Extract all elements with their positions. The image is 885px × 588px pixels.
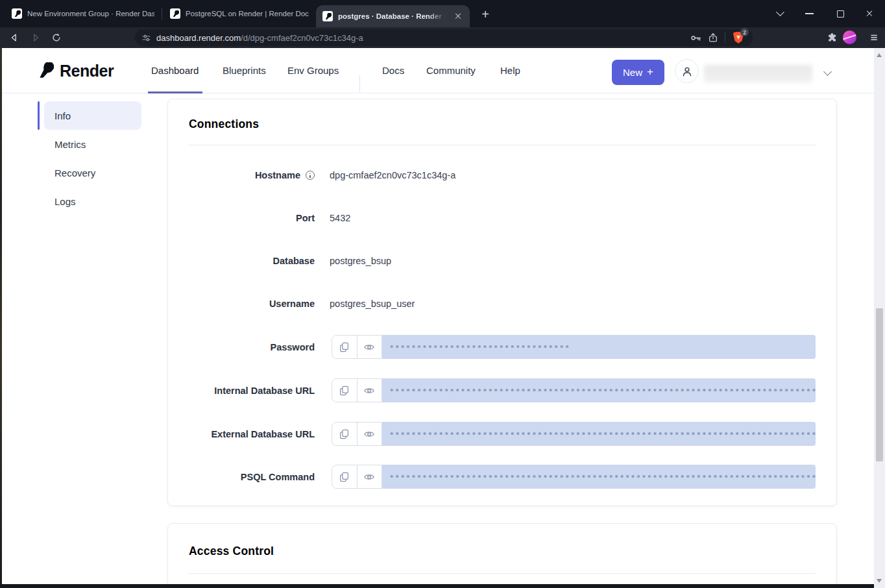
sidebar-item-info[interactable]: Info bbox=[44, 101, 141, 130]
new-tab-button[interactable]: + bbox=[476, 6, 495, 23]
info-icon[interactable] bbox=[306, 171, 315, 180]
render-logo-icon bbox=[37, 62, 54, 79]
brave-shield-icon[interactable]: 2 bbox=[732, 31, 746, 45]
render-dashboard-page: Render Dashboard Blueprints Env Groups D… bbox=[0, 48, 874, 588]
psql-command-masked-field[interactable]: ••••••••••••••••••••••••••••••••••••••••… bbox=[382, 465, 816, 489]
url-text: dashboard.render.com/d/dpg-cmfaef2cn0vc7… bbox=[156, 33, 690, 43]
scrollbar-up-arrow[interactable] bbox=[877, 53, 882, 57]
brand-name: Render bbox=[60, 62, 114, 80]
profile-avatar[interactable] bbox=[843, 31, 856, 44]
sidebar-item-metrics[interactable]: Metrics bbox=[44, 130, 141, 158]
tab-search-chevron-icon[interactable] bbox=[770, 4, 790, 23]
browser-tab-docs[interactable]: PostgreSQL on Render | Render Docs bbox=[164, 0, 315, 27]
window-minimize-button[interactable] bbox=[799, 4, 819, 23]
internal-db-url-label: Internal Database URL bbox=[189, 378, 315, 402]
sidebar-item-recovery[interactable]: Recovery bbox=[44, 158, 141, 187]
port-value: 5432 bbox=[330, 213, 350, 223]
database-label: Database bbox=[189, 256, 315, 266]
browser-tab-env-group[interactable]: New Environment Group · Render Das bbox=[5, 0, 161, 27]
reveal-eye-button[interactable] bbox=[358, 336, 382, 358]
render-logo[interactable]: Render bbox=[37, 48, 114, 93]
account-person-icon[interactable] bbox=[675, 59, 699, 83]
password-key-icon[interactable] bbox=[690, 32, 701, 43]
database-row: Database postgres_bsup bbox=[189, 254, 816, 267]
password-label: Password bbox=[189, 335, 315, 359]
account-chevron-down-icon[interactable] bbox=[823, 67, 832, 77]
external-db-url-row: External Database URL ••••••••••••••••••… bbox=[189, 422, 816, 446]
nav-dashboard[interactable]: Dashboard bbox=[151, 48, 199, 93]
secret-actions bbox=[332, 335, 382, 359]
tab-title: postgres · Database · Render Da bbox=[338, 12, 448, 20]
database-value: postgres_bsup bbox=[330, 256, 391, 266]
reload-button[interactable] bbox=[47, 29, 66, 47]
hostname-value: dpg-cmfaef2cn0vc73c1c34g-a bbox=[330, 170, 455, 180]
port-label: Port bbox=[189, 213, 315, 223]
secret-actions bbox=[332, 422, 382, 446]
username-label: Username bbox=[189, 299, 315, 309]
tab-title: PostgreSQL on Render | Render Docs bbox=[186, 10, 309, 18]
back-button[interactable] bbox=[5, 29, 23, 47]
sidebar-active-indicator bbox=[38, 101, 40, 130]
divider bbox=[189, 145, 816, 145]
password-row: Password •••••••••••••••••••••••••••••••… bbox=[189, 335, 816, 359]
active-nav-underline bbox=[148, 92, 202, 93]
toolbar-divider bbox=[725, 32, 725, 43]
window-maximize-button[interactable] bbox=[830, 4, 851, 23]
copy-button[interactable] bbox=[332, 336, 358, 358]
browser-tab-strip: New Environment Group · Render Das Postg… bbox=[0, 0, 885, 27]
masked-value: ••••••••••••••••••••••••••••••••••••••••… bbox=[382, 378, 816, 401]
extensions-puzzle-icon[interactable] bbox=[823, 29, 841, 47]
nav-separator bbox=[359, 75, 360, 92]
url-bar[interactable]: dashboard.render.com/d/dpg-cmfaef2cn0vc7… bbox=[135, 29, 753, 46]
render-favicon-icon bbox=[170, 8, 180, 19]
nav-blueprints[interactable]: Blueprints bbox=[223, 48, 266, 93]
access-control-title: Access Control bbox=[189, 545, 274, 558]
port-row: Port 5432 bbox=[189, 212, 816, 225]
scrollbar-down-arrow[interactable] bbox=[877, 579, 882, 583]
access-control-card: Access Control bbox=[167, 523, 837, 588]
nav-docs[interactable]: Docs bbox=[382, 48, 404, 93]
secret-actions bbox=[332, 378, 382, 402]
divider bbox=[189, 573, 816, 574]
window-bottom-edge bbox=[0, 584, 874, 588]
window-close-button[interactable] bbox=[859, 4, 880, 23]
internal-db-url-masked-field[interactable]: ••••••••••••••••••••••••••••••••••••••••… bbox=[382, 378, 816, 402]
masked-value: ••••••••••••••••••••••••••••••••••••••••… bbox=[382, 465, 816, 487]
reveal-eye-button[interactable] bbox=[358, 423, 382, 445]
copy-button[interactable] bbox=[332, 423, 358, 445]
external-db-url-masked-field[interactable]: ••••••••••••••••••••••••••••••••••••••••… bbox=[382, 422, 816, 446]
tab-separator bbox=[162, 8, 162, 19]
share-icon[interactable] bbox=[708, 32, 718, 43]
secret-actions bbox=[332, 465, 382, 489]
password-masked-field[interactable]: ••••••••••••••••••••••••••••••••• bbox=[382, 335, 816, 359]
psql-command-row: PSQL Command •••••••••••••••••••••••••••… bbox=[189, 465, 816, 489]
scrollbar-thumb[interactable] bbox=[876, 308, 883, 461]
new-button-label: New bbox=[623, 67, 642, 78]
tab-close-icon[interactable] bbox=[453, 11, 463, 21]
connections-title: Connections bbox=[189, 117, 259, 131]
masked-value: ••••••••••••••••••••••••••••••••• bbox=[382, 335, 816, 358]
forward-button[interactable] bbox=[27, 29, 45, 47]
reveal-eye-button[interactable] bbox=[358, 379, 382, 402]
new-button[interactable]: New + bbox=[612, 60, 664, 85]
nav-env-groups[interactable]: Env Groups bbox=[287, 48, 339, 93]
page-scrollbar[interactable] bbox=[874, 48, 885, 588]
nav-community[interactable]: Community bbox=[426, 48, 476, 93]
browser-tab-active-postgres[interactable]: postgres · Database · Render Da bbox=[316, 5, 470, 27]
browser-window: New Environment Group · Render Das Postg… bbox=[0, 0, 885, 588]
hostname-label: Hostname bbox=[189, 170, 315, 180]
account-name-redacted bbox=[704, 65, 812, 83]
tab-title: New Environment Group · Render Das bbox=[27, 10, 154, 18]
menu-hamburger-icon[interactable]: ≡ bbox=[865, 29, 883, 47]
render-favicon-icon bbox=[12, 8, 22, 19]
site-settings-icon[interactable] bbox=[141, 33, 151, 43]
reveal-eye-button[interactable] bbox=[358, 465, 382, 488]
copy-button[interactable] bbox=[332, 465, 358, 488]
browser-toolbar: dashboard.render.com/d/dpg-cmfaef2cn0vc7… bbox=[0, 27, 885, 48]
nav-help[interactable]: Help bbox=[500, 48, 520, 93]
shield-badge: 2 bbox=[740, 28, 749, 36]
masked-value: ••••••••••••••••••••••••••••••••••••••••… bbox=[382, 422, 816, 445]
sidebar-item-logs[interactable]: Logs bbox=[44, 187, 141, 215]
render-favicon-icon bbox=[322, 11, 333, 21]
copy-button[interactable] bbox=[332, 379, 358, 402]
